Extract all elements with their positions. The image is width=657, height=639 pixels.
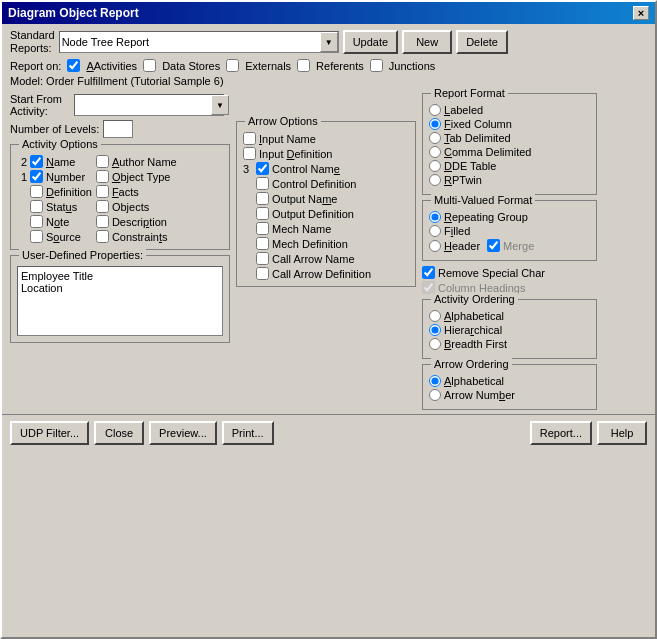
data-stores-label: Data Stores <box>162 60 220 72</box>
column-headings-label: Column Headings <box>438 282 525 294</box>
externals-checkbox[interactable] <box>226 59 239 72</box>
act-status-checkbox[interactable] <box>30 200 43 213</box>
rf-labeled-label: Labeled <box>444 104 483 116</box>
ao-alphabetical-radio[interactable] <box>429 310 441 322</box>
arr-mech-name-item: Mech Name <box>243 222 409 235</box>
data-stores-checkbox[interactable] <box>143 59 156 72</box>
act-facts-checkbox[interactable] <box>96 185 109 198</box>
middle-panel: Arrow Options Input Name Input Definitio… <box>236 93 416 410</box>
udp-list[interactable]: Employee Title Location <box>17 266 223 336</box>
preview-button[interactable]: Preview... <box>149 421 217 445</box>
report-on-row: Report on: AActivities Data Stores Exter… <box>10 59 647 72</box>
remove-special-char-checkbox[interactable] <box>422 266 435 279</box>
arr-input-name-checkbox[interactable] <box>243 132 256 145</box>
act-objtype-item: Object Type <box>96 170 177 183</box>
arr-output-def-checkbox[interactable] <box>256 207 269 220</box>
rf-comma-radio[interactable] <box>429 146 441 158</box>
udp-item-2: Location <box>21 282 219 294</box>
rf-rpttwin-radio[interactable] <box>429 174 441 186</box>
arro-number-radio[interactable] <box>429 389 441 401</box>
act-author-item: Author Name <box>96 155 177 168</box>
act-source-item: Source <box>17 230 92 243</box>
act-author-checkbox[interactable] <box>96 155 109 168</box>
ao-breadth-radio[interactable] <box>429 338 441 350</box>
help-button[interactable]: Help <box>597 421 647 445</box>
arr-call-def-checkbox[interactable] <box>256 267 269 280</box>
act-note-label: Note <box>46 216 69 228</box>
close-button[interactable]: × <box>633 6 649 20</box>
rf-rpttwin-label: RPTwin <box>444 174 482 186</box>
standard-reports-dropdown-wrapper: Node Tree Report ▼ <box>59 31 339 53</box>
arro-alpha-label: Alphabetical <box>444 375 504 387</box>
arr-input-def-checkbox[interactable] <box>243 147 256 160</box>
act-name-item: 2 Name <box>17 155 92 168</box>
arr-mech-name-checkbox[interactable] <box>256 222 269 235</box>
ao-alphabetical-item: Alphabetical <box>429 310 590 322</box>
arro-alpha-radio[interactable] <box>429 375 441 387</box>
act-number-label: Number <box>46 171 85 183</box>
delete-button[interactable]: Delete <box>456 30 508 54</box>
mv-merge-label: Merge <box>503 240 534 252</box>
report-button[interactable]: Report... <box>530 421 592 445</box>
rf-dde-label: DDE Table <box>444 160 496 172</box>
title-bar: Diagram Object Report × <box>2 2 655 24</box>
arr-call-name-checkbox[interactable] <box>256 252 269 265</box>
mv-header-label: Header <box>444 240 480 252</box>
activities-checkbox[interactable] <box>67 59 80 72</box>
bottom-buttons-right: Report... Help <box>530 421 647 445</box>
act-note-item: Note <box>17 215 92 228</box>
arr-call-name-label: Call Arrow Name <box>272 253 355 265</box>
rf-labeled-radio[interactable] <box>429 104 441 116</box>
start-from-select[interactable] <box>74 94 224 116</box>
arr-output-name-checkbox[interactable] <box>256 192 269 205</box>
start-from-dropdown-wrapper: ▼ <box>74 94 230 116</box>
three-panels: Start FromActivity: ▼ Number of Levels: … <box>2 93 655 410</box>
activity-options-group: Activity Options 2 Name 1 Number <box>10 144 230 250</box>
act-number-checkbox[interactable] <box>30 170 43 183</box>
mv-filled-radio[interactable] <box>429 225 441 237</box>
udp-filter-button[interactable]: UDP Filter... <box>10 421 89 445</box>
arr-output-def-item: Output Definition <box>243 207 409 220</box>
rf-fixed-radio[interactable] <box>429 118 441 130</box>
rf-rpttwin-item: RPTwin <box>429 174 590 186</box>
model-row: Model: Order Fulfillment (Tutorial Sampl… <box>10 75 647 87</box>
act-constraints-checkbox[interactable] <box>96 230 109 243</box>
arr-mech-def-checkbox[interactable] <box>256 237 269 250</box>
activity-options-title: Activity Options <box>19 138 101 150</box>
act-desc-checkbox[interactable] <box>96 215 109 228</box>
right-panel: Report Format Labeled Fixed Column Tab D… <box>422 93 597 410</box>
arr-mech-name-label: Mech Name <box>272 223 331 235</box>
start-from-label: Start FromActivity: <box>10 93 70 117</box>
act-note-checkbox[interactable] <box>30 215 43 228</box>
ao-hierarchical-item: Hierarchical <box>429 324 590 336</box>
mv-merge-checkbox[interactable] <box>487 239 500 252</box>
act-source-checkbox[interactable] <box>30 230 43 243</box>
referents-checkbox[interactable] <box>297 59 310 72</box>
arr-ctrl-name-checkbox[interactable] <box>256 162 269 175</box>
act-name-checkbox[interactable] <box>30 155 43 168</box>
bottom-row: UDP Filter... Close Preview... Print... … <box>2 414 655 449</box>
act-definition-checkbox[interactable] <box>30 185 43 198</box>
rf-comma-item: Comma Delimited <box>429 146 590 158</box>
rf-comma-label: Comma Delimited <box>444 146 531 158</box>
act-objtype-checkbox[interactable] <box>96 170 109 183</box>
ao-hierarchical-radio[interactable] <box>429 324 441 336</box>
print-button[interactable]: Print... <box>222 421 274 445</box>
act-objects-checkbox[interactable] <box>96 200 109 213</box>
act-definition-label: Definition <box>46 186 92 198</box>
report-format-title: Report Format <box>431 87 508 99</box>
close-dialog-button[interactable]: Close <box>94 421 144 445</box>
rf-tab-radio[interactable] <box>429 132 441 144</box>
update-button[interactable]: Update <box>343 30 398 54</box>
start-from-row: Start FromActivity: ▼ <box>10 93 230 117</box>
ao-alphabetical-label: Alphabetical <box>444 310 504 322</box>
rf-dde-radio[interactable] <box>429 160 441 172</box>
mv-header-radio[interactable] <box>429 240 441 252</box>
junctions-checkbox[interactable] <box>370 59 383 72</box>
arr-ctrl-def-checkbox[interactable] <box>256 177 269 190</box>
new-button[interactable]: New <box>402 30 452 54</box>
ao-hierarchical-label: Hierarchical <box>444 324 502 336</box>
standard-reports-select[interactable]: Node Tree Report <box>59 31 339 53</box>
mv-repeating-radio[interactable] <box>429 211 441 223</box>
num-levels-input[interactable] <box>103 120 133 138</box>
